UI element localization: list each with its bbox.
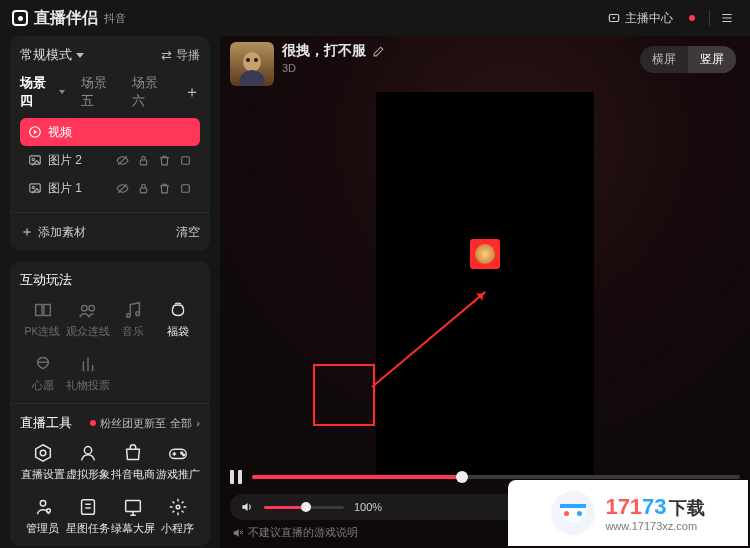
svg-point-15 <box>135 312 139 316</box>
source-item-image2[interactable]: 图片 2 <box>20 146 200 174</box>
svg-rect-5 <box>140 159 147 164</box>
more-icon[interactable] <box>179 154 192 167</box>
character-sprite[interactable] <box>470 239 500 269</box>
svg-point-17 <box>84 447 91 454</box>
svg-point-26 <box>243 52 261 72</box>
watermark-url: www.17173xz.com <box>605 520 704 532</box>
visibility-icon[interactable] <box>116 154 129 167</box>
svg-point-25 <box>176 505 180 509</box>
app-title: 直播伴侣 <box>34 8 98 29</box>
svg-point-13 <box>88 305 94 311</box>
character-name: 很拽，打不服 <box>282 42 366 60</box>
tool-stream-settings[interactable]: 直播设置 <box>20 442 65 482</box>
more-icon[interactable] <box>179 182 192 195</box>
scene-panel: 常规模式 ⇄ 导播 场景四 场景五 场景六 ＋ 视频 <box>10 36 210 251</box>
svg-point-22 <box>46 509 50 513</box>
streamer-center-button[interactable]: 主播中心 <box>599 6 681 31</box>
character-sub: 3D <box>282 62 385 74</box>
svg-point-14 <box>126 314 130 318</box>
streamer-center-label: 主播中心 <box>625 10 673 27</box>
svg-point-29 <box>254 58 258 62</box>
menu-icon[interactable] <box>716 7 738 29</box>
interactive-panel: 互动玩法 PK连线 观众连线 音乐 福袋 心愿 礼物投票 直播工具 粉丝团更新至… <box>10 261 210 546</box>
svg-point-12 <box>81 305 87 311</box>
edit-icon[interactable] <box>372 45 385 58</box>
source-item-video[interactable]: 视频 <box>20 118 200 146</box>
stream-hint: 不建议直播的游戏说明 <box>232 525 358 540</box>
director-button[interactable]: ⇄ 导播 <box>161 47 200 64</box>
tools-news-link[interactable]: 粉丝团更新至 全部 › <box>90 416 200 431</box>
svg-point-20 <box>182 454 184 456</box>
svg-point-8 <box>32 186 34 188</box>
mute-speaker-icon <box>232 527 244 539</box>
preview-stage[interactable] <box>376 92 594 478</box>
svg-point-27 <box>240 70 264 86</box>
music[interactable]: 音乐 <box>110 299 155 339</box>
pause-button[interactable] <box>230 470 242 484</box>
annotation-box <box>313 364 375 426</box>
audience-connect[interactable]: 观众连线 <box>65 299 110 339</box>
svg-point-28 <box>246 58 250 62</box>
clear-sources-button[interactable]: 清空 <box>176 224 200 241</box>
divider <box>709 10 710 26</box>
tools-title: 直播工具 <box>20 414 72 432</box>
lucky-bag[interactable]: 福袋 <box>155 299 200 339</box>
svg-point-16 <box>40 450 46 456</box>
add-source-button[interactable]: ＋ 添加素材 <box>20 223 86 241</box>
scene-tab-5[interactable]: 场景五 <box>81 74 117 110</box>
mode-select[interactable]: 常规模式 <box>20 46 84 64</box>
tool-douyin-shop[interactable]: 抖音电商 <box>110 442 155 482</box>
source-label: 图片 1 <box>48 180 82 197</box>
scene-tab-6[interactable]: 场景六 <box>132 74 168 110</box>
volume-icon[interactable] <box>240 500 254 514</box>
svg-point-3 <box>32 158 34 160</box>
svg-rect-23 <box>81 500 94 515</box>
chevron-right-icon: › <box>196 417 200 429</box>
add-scene-button[interactable]: ＋ <box>184 82 200 103</box>
orientation-landscape[interactable]: 横屏 <box>640 46 688 73</box>
pk-connect[interactable]: PK连线 <box>20 299 65 339</box>
gift-vote[interactable]: 礼物投票 <box>65 353 110 393</box>
orientation-toggle: 横屏 竖屏 <box>640 46 736 73</box>
volume-track[interactable] <box>264 506 344 509</box>
tool-miniapp[interactable]: 小程序 <box>155 496 200 536</box>
tool-greenscreen[interactable]: 绿幕大屏 <box>110 496 155 536</box>
mode-label: 常规模式 <box>20 46 72 64</box>
source-label: 视频 <box>48 124 72 141</box>
orientation-portrait[interactable]: 竖屏 <box>688 46 736 73</box>
svg-rect-24 <box>125 501 140 512</box>
volume-knob[interactable] <box>301 502 311 512</box>
add-source-label: 添加素材 <box>38 224 86 241</box>
delete-icon[interactable] <box>158 182 171 195</box>
notification-button[interactable] <box>681 11 703 25</box>
delete-icon[interactable] <box>158 154 171 167</box>
volume-value: 100% <box>354 501 382 513</box>
lock-icon[interactable] <box>137 182 150 195</box>
chevron-down-icon <box>76 53 84 58</box>
preview-area: 横屏 竖屏 很拽，打不服 3D <box>220 36 750 548</box>
watermark-logo-icon <box>551 491 595 535</box>
svg-rect-6 <box>182 156 190 164</box>
lock-icon[interactable] <box>137 154 150 167</box>
image-icon <box>28 153 42 167</box>
chevron-down-icon <box>59 90 65 94</box>
tool-star-task[interactable]: 星图任务 <box>65 496 110 536</box>
svg-point-21 <box>40 501 46 507</box>
tool-admin[interactable]: 管理员 <box>20 496 65 536</box>
wish[interactable]: 心愿 <box>20 353 65 393</box>
swap-icon: ⇄ <box>161 48 172 63</box>
visibility-icon[interactable] <box>116 182 129 195</box>
volume-fill <box>264 506 306 509</box>
image-icon <box>28 181 42 195</box>
character-thumbnail[interactable] <box>230 42 274 86</box>
svg-rect-11 <box>182 184 190 192</box>
progress-fill <box>252 475 462 479</box>
source-item-image1[interactable]: 图片 1 <box>20 174 200 202</box>
progress-knob[interactable] <box>456 471 468 483</box>
tool-virtual-avatar[interactable]: 虚拟形象 <box>65 442 110 482</box>
scene-tab-4[interactable]: 场景四 <box>20 74 65 110</box>
tool-game-promo[interactable]: 游戏推广 <box>155 442 200 482</box>
director-label: 导播 <box>176 47 200 64</box>
progress-track[interactable] <box>252 475 740 479</box>
svg-rect-10 <box>140 187 147 192</box>
